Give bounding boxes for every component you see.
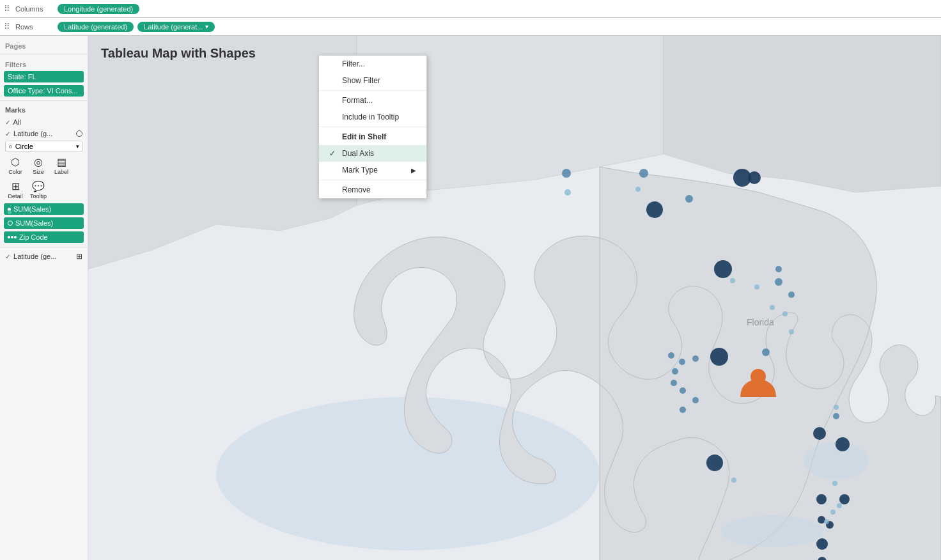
svg-point-29 bbox=[775, 266, 782, 272]
sum-sales-2-field[interactable]: SUM(Sales) bbox=[4, 217, 84, 229]
detail-label: Detail bbox=[8, 193, 22, 199]
svg-point-37 bbox=[680, 407, 686, 413]
rows-icon: ⠿ bbox=[4, 22, 10, 31]
svg-point-43 bbox=[754, 284, 759, 290]
svg-point-40 bbox=[564, 189, 571, 196]
size-label: Size bbox=[33, 169, 44, 175]
dots-icon-2 bbox=[8, 236, 17, 238]
latitude-pill-2[interactable]: Latitude (generat... bbox=[137, 22, 215, 32]
shape-grid-icon: ⊞ bbox=[76, 252, 82, 261]
svg-point-51 bbox=[824, 519, 829, 524]
svg-point-17 bbox=[836, 437, 850, 451]
latitude-pill-1[interactable]: Latitude (generated) bbox=[58, 22, 134, 32]
zip-code-field[interactable]: Zip Code bbox=[4, 231, 84, 243]
sum-sales-2-label: SUM(Sales) bbox=[15, 219, 53, 227]
svg-point-44 bbox=[770, 305, 775, 310]
detail-button[interactable]: ⊞ Detail bbox=[5, 180, 26, 199]
label-icon: ▤ bbox=[57, 156, 66, 168]
map-container: Tableau Map with Shapes Flori bbox=[88, 36, 941, 560]
remove-label: Remove bbox=[342, 185, 371, 194]
svg-point-32 bbox=[679, 359, 685, 365]
sum-sales-1-label: SUM(Sales) bbox=[13, 205, 51, 213]
filter-office-type[interactable]: Office Type: VI Cons... bbox=[4, 85, 84, 97]
longitude-pill[interactable]: Longitude (generated) bbox=[58, 4, 139, 14]
size-icon: ◎ bbox=[34, 156, 43, 168]
sum-sales-1-field[interactable]: SUM(Sales) bbox=[4, 203, 84, 215]
color-icon: ⬡ bbox=[11, 156, 20, 168]
svg-point-19 bbox=[816, 494, 827, 504]
svg-point-49 bbox=[837, 503, 842, 508]
svg-point-48 bbox=[832, 481, 837, 486]
marks-controls: ⬡ Color ◎ Size ▤ Label bbox=[0, 153, 88, 178]
size-button[interactable]: ◎ Size bbox=[28, 156, 49, 175]
marks-all-label: ✓ All bbox=[5, 118, 21, 126]
svg-point-31 bbox=[668, 352, 674, 359]
svg-point-52 bbox=[830, 509, 836, 515]
label-label: Label bbox=[54, 169, 68, 175]
columns-bar: ⠿ Columns Longitude (generated) bbox=[0, 0, 941, 18]
dual-check: ✓ bbox=[329, 149, 338, 158]
svg-point-30 bbox=[762, 348, 770, 356]
circle-shape-icon bbox=[76, 130, 82, 137]
map-title: Tableau Map with Shapes bbox=[101, 46, 256, 61]
sidebar: Pages Filters State: FL Office Type: VI … bbox=[0, 36, 88, 560]
svg-point-50 bbox=[731, 478, 736, 483]
tooltip-button[interactable]: 💬 Tooltip bbox=[28, 180, 49, 199]
filters-label: Filters bbox=[0, 57, 88, 70]
menu-sep-1 bbox=[319, 90, 426, 91]
mark-type-menu-item[interactable]: Mark Type ▶ bbox=[319, 162, 426, 178]
mark-type-selector[interactable]: ○ Circle ▾ bbox=[5, 141, 82, 152]
format-menu-item[interactable]: Format... bbox=[319, 92, 426, 109]
svg-point-47 bbox=[834, 405, 839, 410]
svg-point-24 bbox=[562, 169, 571, 178]
color-button[interactable]: ⬡ Color bbox=[5, 156, 26, 175]
rows-bar: ⠿ Rows Latitude (generated) Latitude (ge… bbox=[0, 18, 941, 36]
context-menu: Filter... Show Filter Format... Include … bbox=[318, 55, 427, 199]
color-label: Color bbox=[8, 169, 22, 175]
dual-axis-menu-item[interactable]: ✓ Dual Axis bbox=[319, 145, 426, 162]
zip-code-label: Zip Code bbox=[19, 233, 48, 241]
map-svg: Florida bbox=[88, 36, 941, 560]
edit-shelf-label: Edit in Shelf bbox=[342, 132, 386, 141]
marks-latitude-1[interactable]: ✓ Latitude (g... bbox=[0, 128, 88, 139]
svg-point-36 bbox=[680, 387, 686, 394]
filter-menu-item[interactable]: Filter... bbox=[319, 56, 426, 72]
svg-point-5 bbox=[721, 515, 823, 547]
svg-point-46 bbox=[789, 329, 794, 334]
circle-outline-icon bbox=[8, 221, 13, 226]
marks-all[interactable]: ✓ All bbox=[0, 116, 88, 128]
svg-point-13 bbox=[714, 260, 732, 278]
detail-icon: ⊞ bbox=[12, 180, 20, 192]
svg-point-15 bbox=[706, 455, 723, 471]
marks-label: Marks bbox=[0, 104, 88, 116]
marks-latitude-2[interactable]: ✓ Latitude (ge... ⊞ bbox=[0, 250, 88, 263]
mark-type-label: Mark Type bbox=[342, 166, 378, 175]
dual-axis-label: Dual Axis bbox=[342, 149, 374, 158]
svg-point-6 bbox=[804, 442, 868, 480]
chevron-down-icon: ▾ bbox=[76, 143, 79, 150]
svg-point-39 bbox=[833, 413, 839, 419]
tooltip-icon: 💬 bbox=[32, 180, 45, 192]
show-filter-menu-item[interactable]: Show Filter bbox=[319, 72, 426, 89]
columns-icon: ⠿ bbox=[4, 4, 10, 13]
svg-point-38 bbox=[692, 397, 699, 403]
filter-state[interactable]: State: FL bbox=[4, 71, 84, 82]
include-tooltip-menu-item[interactable]: Include in Tooltip bbox=[319, 109, 426, 125]
pages-label: Pages bbox=[0, 38, 88, 51]
svg-point-34 bbox=[672, 368, 678, 375]
svg-point-25 bbox=[639, 169, 648, 178]
svg-point-26 bbox=[685, 195, 693, 203]
svg-point-11 bbox=[748, 171, 761, 184]
include-tooltip-label: Include in Tooltip bbox=[342, 113, 399, 121]
marks-controls-2: ⊞ Detail 💬 Tooltip bbox=[0, 178, 88, 202]
tooltip-label: Tooltip bbox=[30, 193, 47, 199]
filter-label: Filter... bbox=[342, 59, 365, 68]
mark-type-arrow: ▶ bbox=[411, 167, 416, 174]
svg-point-28 bbox=[788, 292, 795, 298]
main-area: Pages Filters State: FL Office Type: VI … bbox=[0, 36, 941, 560]
svg-point-45 bbox=[782, 311, 788, 316]
edit-shelf-menu-item[interactable]: Edit in Shelf bbox=[319, 128, 426, 145]
label-button[interactable]: ▤ Label bbox=[51, 156, 72, 175]
remove-menu-item[interactable]: Remove bbox=[319, 182, 426, 198]
rows-label: Rows bbox=[15, 23, 54, 31]
